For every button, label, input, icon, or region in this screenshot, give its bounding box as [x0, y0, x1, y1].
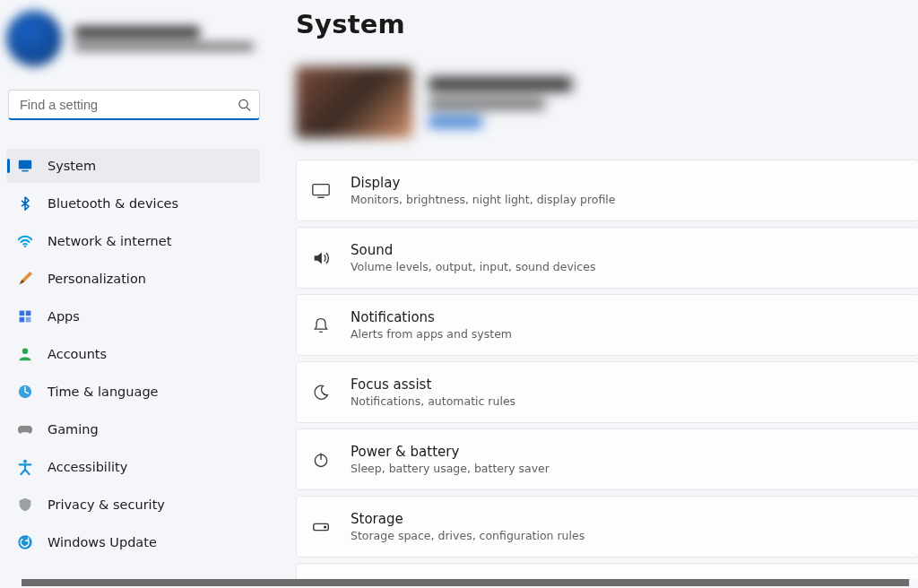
paintbrush-icon	[17, 271, 33, 287]
horizontal-scrollbar[interactable]	[22, 579, 909, 586]
device-thumbnail	[296, 66, 412, 138]
sidebar-item-label: Gaming	[48, 422, 99, 437]
device-name-placeholder	[429, 77, 572, 91]
svg-rect-13	[313, 184, 329, 195]
sidebar-item-label: Windows Update	[48, 535, 157, 549]
sidebar-item-gaming[interactable]: Gaming	[6, 412, 260, 446]
card-title: Power & battery	[351, 444, 550, 460]
device-rename-link-placeholder	[429, 117, 482, 127]
gamepad-icon	[17, 421, 33, 437]
nav-list: System Bluetooth & devices Network & int…	[6, 149, 269, 563]
svg-point-4	[24, 246, 26, 247]
sidebar-item-privacy[interactable]: Privacy & security	[6, 488, 260, 522]
card-subtitle: Storage space, drives, configuration rul…	[351, 529, 585, 542]
moon-icon	[311, 383, 331, 402]
card-title: Focus assist	[351, 376, 515, 393]
account-name-placeholder	[74, 26, 200, 39]
sidebar-item-label: Apps	[48, 309, 80, 324]
card-notifications[interactable]: Notifications Alerts from apps and syste…	[296, 294, 918, 356]
svg-point-9	[22, 349, 28, 354]
svg-rect-8	[26, 317, 31, 323]
card-display[interactable]: Display Monitors, brightness, night ligh…	[296, 160, 918, 221]
person-icon	[17, 346, 33, 362]
device-summary[interactable]	[296, 66, 918, 138]
apps-icon	[17, 308, 33, 324]
card-title: Display	[351, 175, 615, 191]
card-next-peek[interactable]	[296, 563, 918, 579]
svg-point-11	[23, 460, 27, 463]
search-icon	[238, 99, 251, 112]
settings-card-list: Display Monitors, brightness, night ligh…	[296, 160, 918, 579]
power-icon	[311, 450, 331, 470]
bell-icon	[311, 316, 331, 335]
clock-globe-icon	[17, 384, 33, 400]
update-icon	[17, 534, 33, 550]
sidebar-item-label: Personalization	[48, 272, 146, 286]
sidebar-item-bluetooth[interactable]: Bluetooth & devices	[6, 186, 260, 220]
sidebar-item-network[interactable]: Network & internet	[6, 224, 260, 258]
card-sound[interactable]: Sound Volume levels, output, input, soun…	[296, 227, 918, 289]
display-icon	[311, 181, 331, 201]
sidebar-item-personalization[interactable]: Personalization	[6, 262, 260, 296]
sidebar: System Bluetooth & devices Network & int…	[0, 0, 269, 588]
sidebar-item-system[interactable]: System	[6, 149, 260, 183]
account-email-placeholder	[74, 42, 254, 51]
card-focus-assist[interactable]: Focus assist Notifications, automatic ru…	[296, 361, 918, 423]
page-title: System	[296, 9, 918, 39]
svg-point-0	[239, 99, 247, 108]
sidebar-item-accounts[interactable]: Accounts	[6, 337, 260, 371]
svg-rect-6	[26, 311, 31, 316]
sidebar-item-label: Network & internet	[48, 234, 171, 248]
svg-rect-5	[20, 311, 25, 316]
storage-icon	[311, 517, 331, 537]
sidebar-item-label: Accounts	[48, 347, 107, 361]
svg-rect-3	[22, 170, 28, 171]
shield-icon	[17, 497, 33, 513]
card-subtitle: Volume levels, output, input, sound devi…	[351, 260, 595, 273]
sidebar-item-label: Bluetooth & devices	[48, 196, 178, 211]
wifi-icon	[17, 233, 33, 249]
device-model-placeholder	[429, 99, 545, 109]
avatar	[6, 11, 62, 66]
svg-rect-2	[19, 160, 31, 169]
sidebar-item-label: Time & language	[48, 385, 159, 399]
card-subtitle: Alerts from apps and system	[351, 327, 512, 341]
sound-icon	[311, 248, 331, 268]
card-title: Notifications	[351, 309, 512, 325]
card-title: Storage	[351, 511, 585, 527]
card-subtitle: Monitors, brightness, night light, displ…	[351, 193, 615, 206]
sidebar-item-accessibility[interactable]: Accessibility	[6, 450, 260, 484]
main-panel: System Display Monitors, brightness, nig…	[269, 0, 918, 588]
sidebar-item-update[interactable]: Windows Update	[6, 525, 260, 559]
search-wrap	[8, 90, 260, 120]
sidebar-item-label: System	[48, 159, 96, 173]
sidebar-item-label: Privacy & security	[48, 497, 165, 512]
accessibility-icon	[17, 459, 33, 475]
account-header[interactable]	[6, 5, 269, 81]
card-power[interactable]: Power & battery Sleep, battery usage, ba…	[296, 428, 918, 490]
sidebar-item-time[interactable]: Time & language	[6, 375, 260, 409]
system-icon	[17, 158, 33, 174]
card-subtitle: Notifications, automatic rules	[351, 394, 515, 408]
card-title: Sound	[351, 242, 595, 258]
svg-rect-7	[20, 317, 25, 323]
sidebar-item-label: Accessibility	[48, 460, 127, 474]
card-subtitle: Sleep, battery usage, battery saver	[351, 462, 550, 475]
sidebar-item-apps[interactable]: Apps	[6, 299, 260, 333]
search-input[interactable]	[8, 90, 260, 120]
bluetooth-icon	[17, 195, 33, 212]
svg-line-1	[247, 108, 250, 111]
svg-point-18	[325, 526, 326, 528]
card-storage[interactable]: Storage Storage space, drives, configura…	[296, 496, 918, 558]
